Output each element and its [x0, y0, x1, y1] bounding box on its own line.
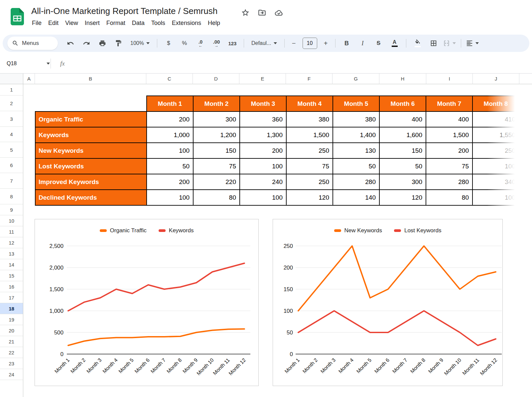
- menu-item-file[interactable]: File: [29, 18, 45, 28]
- column-header-C[interactable]: C: [146, 74, 193, 84]
- zoom-select[interactable]: 100%: [128, 37, 152, 49]
- row-header-2[interactable]: 2: [0, 96, 23, 111]
- move-folder-button[interactable]: [257, 7, 267, 18]
- chart-new-lost-keywords[interactable]: New KeywordsLost Keywords 25020015010050…: [273, 219, 503, 386]
- bold-button[interactable]: B: [340, 37, 353, 49]
- month-header-cell[interactable]: Month 5: [333, 96, 379, 111]
- horizontal-align-button[interactable]: [466, 37, 479, 49]
- strikethrough-button[interactable]: S: [372, 37, 385, 49]
- value-cell[interactable]: 75: [194, 159, 239, 174]
- cloud-status-button[interactable]: [273, 7, 284, 18]
- value-cell[interactable]: 50: [380, 159, 426, 174]
- column-header-G[interactable]: G: [332, 74, 379, 84]
- merge-cells-button[interactable]: [443, 37, 456, 49]
- row-label-cell[interactable]: Declined Keywords: [36, 190, 146, 205]
- row-header-16[interactable]: 16: [0, 281, 23, 292]
- value-cell[interactable]: 300: [380, 174, 426, 189]
- format-percent-button[interactable]: %: [178, 37, 191, 49]
- menu-item-data[interactable]: Data: [129, 18, 148, 28]
- column-header-D[interactable]: D: [193, 74, 239, 84]
- value-cell[interactable]: 200: [147, 112, 193, 127]
- increase-decimal-button[interactable]: .00 →: [210, 37, 223, 49]
- menu-item-tools[interactable]: Tools: [148, 18, 169, 28]
- column-header-A[interactable]: A: [23, 74, 35, 84]
- value-cell[interactable]: 1,000: [147, 127, 193, 142]
- row-header-13[interactable]: 13: [0, 248, 23, 259]
- borders-button[interactable]: [427, 37, 440, 49]
- name-box[interactable]: Q18: [0, 61, 50, 67]
- value-cell[interactable]: 120: [380, 190, 426, 205]
- value-cell[interactable]: 150: [194, 143, 239, 158]
- value-cell[interactable]: 140: [333, 190, 379, 205]
- value-cell[interactable]: 100: [473, 159, 519, 174]
- row-header-15[interactable]: 15: [0, 270, 23, 281]
- value-cell[interactable]: 1,500: [287, 127, 332, 142]
- value-cell[interactable]: 80: [194, 190, 239, 205]
- row-header-22[interactable]: 22: [0, 347, 23, 358]
- value-cell[interactable]: 1,200: [194, 127, 239, 142]
- column-header-I[interactable]: I: [426, 74, 473, 84]
- value-cell[interactable]: 100: [147, 190, 193, 205]
- increase-font-size-button[interactable]: +: [321, 37, 331, 49]
- format-currency-button[interactable]: $: [162, 37, 175, 49]
- value-cell[interactable]: 280: [426, 174, 472, 189]
- value-cell[interactable]: 80: [426, 190, 472, 205]
- value-cell[interactable]: 1,400: [333, 127, 379, 142]
- paint-format-button[interactable]: [112, 37, 125, 49]
- italic-button[interactable]: I: [356, 37, 369, 49]
- row-header-9[interactable]: 9: [0, 204, 23, 215]
- row-label-cell[interactable]: Improved Keywords: [36, 174, 146, 189]
- value-cell[interactable]: 130: [333, 143, 379, 158]
- row-label-cell[interactable]: Lost Keywords: [36, 159, 146, 174]
- menu-item-insert[interactable]: Insert: [81, 18, 103, 28]
- month-header-cell[interactable]: Month 4: [287, 96, 332, 111]
- month-header-cell[interactable]: Month 1: [147, 96, 193, 111]
- search-menus-button[interactable]: Menus: [7, 37, 58, 50]
- value-cell[interactable]: 100: [240, 159, 286, 174]
- value-cell[interactable]: 120: [287, 190, 332, 205]
- value-cell[interactable]: 250: [473, 143, 519, 158]
- value-cell[interactable]: 360: [240, 112, 286, 127]
- value-cell[interactable]: 100: [240, 190, 286, 205]
- document-title[interactable]: All-in-One Marketing Report Template / S…: [31, 6, 217, 16]
- text-color-button[interactable]: A: [388, 37, 401, 49]
- row-header-21[interactable]: 21: [0, 336, 23, 347]
- grid-canvas[interactable]: Month 1Month 2Month 3Month 4Month 5Month…: [23, 84, 532, 397]
- row-header-24[interactable]: 24: [0, 369, 23, 380]
- value-cell[interactable]: 380: [287, 112, 332, 127]
- row-header-12[interactable]: 12: [0, 237, 23, 248]
- row-header-20[interactable]: 20: [0, 325, 23, 336]
- redo-button[interactable]: [80, 37, 93, 49]
- value-cell[interactable]: 240: [240, 174, 286, 189]
- value-cell[interactable]: 250: [287, 174, 332, 189]
- row-header-19[interactable]: 19: [0, 314, 23, 325]
- star-button[interactable]: [240, 7, 251, 18]
- undo-button[interactable]: [64, 37, 77, 49]
- row-header-18[interactable]: 18: [0, 303, 23, 314]
- month-header-cell[interactable]: Month 2: [194, 96, 239, 111]
- value-cell[interactable]: 400: [380, 112, 426, 127]
- value-cell[interactable]: 1,500: [426, 127, 472, 142]
- value-cell[interactable]: 100: [473, 190, 519, 205]
- column-header-B[interactable]: B: [35, 74, 146, 84]
- menu-item-help[interactable]: Help: [204, 18, 223, 28]
- menu-item-extensions[interactable]: Extensions: [169, 18, 204, 28]
- row-header-8[interactable]: 8: [0, 189, 23, 204]
- value-cell[interactable]: 410: [473, 112, 519, 127]
- row-header-17[interactable]: 17: [0, 292, 23, 303]
- font-size-input[interactable]: 10: [303, 38, 317, 49]
- chart-organic-traffic-keywords[interactable]: Organic TrafficKeywords 2,5002,0001,5001…: [35, 219, 259, 386]
- value-cell[interactable]: 300: [194, 112, 239, 127]
- value-cell[interactable]: 50: [333, 159, 379, 174]
- value-cell[interactable]: 200: [426, 143, 472, 158]
- row-header-1[interactable]: 1: [0, 84, 23, 96]
- select-all-corner[interactable]: [0, 74, 23, 84]
- value-cell[interactable]: 220: [194, 174, 239, 189]
- column-header-F[interactable]: F: [286, 74, 332, 84]
- decrease-font-size-button[interactable]: −: [289, 37, 299, 49]
- column-header-H[interactable]: H: [379, 74, 426, 84]
- print-button[interactable]: [96, 37, 109, 49]
- row-label-cell[interactable]: New Keywords: [36, 143, 146, 158]
- menu-item-edit[interactable]: Edit: [45, 18, 62, 28]
- value-cell[interactable]: 150: [380, 143, 426, 158]
